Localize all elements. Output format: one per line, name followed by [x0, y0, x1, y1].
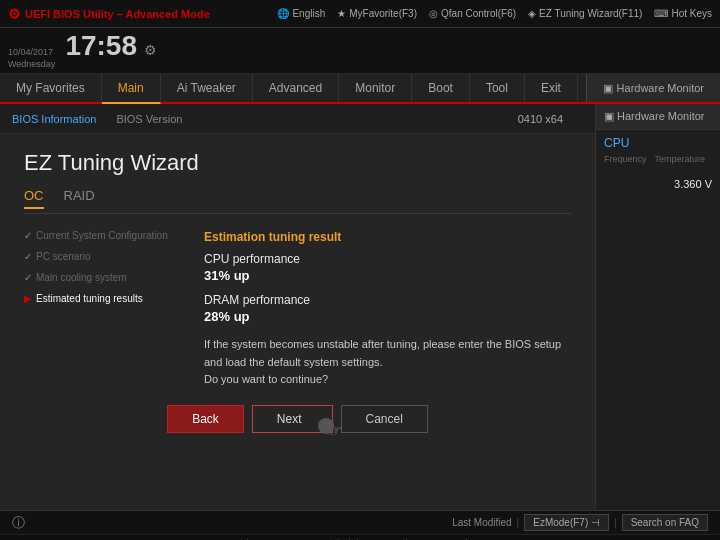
time-display: 17:58 — [65, 30, 137, 62]
rog-logo: ⚙ UEFI BIOS Utility – Advanced Mode — [8, 6, 210, 22]
hw-freq-label: Frequency — [604, 154, 647, 164]
monitor-display-icon: ▣ — [604, 110, 617, 122]
right-panel: ▣ Hardware Monitor CPU Frequency Tempera… — [595, 104, 720, 510]
hw-monitor-title: Hardware Monitor — [617, 110, 704, 122]
wizard-buttons: Back Next ☞ Cancel — [24, 405, 571, 433]
hw-cpu-title: CPU — [604, 136, 712, 150]
hw-monitor-header: ▣ Hardware Monitor — [596, 104, 720, 130]
bios-version-value: 0410 x64 — [518, 113, 583, 125]
globe-icon: 🌐 — [277, 8, 289, 19]
arrow-icon: ▶ — [24, 293, 32, 304]
step-cooling[interactable]: ✓ Main cooling system — [24, 272, 184, 283]
app-title: UEFI BIOS Utility – Advanced Mode — [25, 8, 210, 20]
bios-info-bar: BIOS Information BIOS Version 0410 x64 — [0, 104, 595, 134]
ez-mode-button[interactable]: EzMode(F7) ⊣ — [524, 514, 609, 531]
nav-advanced[interactable]: Advanced — [253, 74, 339, 102]
wizard-tabs: OC RAID — [24, 188, 571, 214]
wizard-steps: ✓ Current System Configuration ✓ PC scen… — [24, 230, 184, 389]
check-icon-3: ✓ — [24, 272, 32, 283]
weekday-value: Wednesday — [8, 59, 55, 71]
rog-icon: ⚙ — [8, 6, 21, 22]
bios-version-label: BIOS Version — [116, 113, 182, 125]
last-modified-label: Last Modified — [452, 517, 511, 528]
arrow-right-icon: ⊣ — [591, 517, 600, 528]
hw-cpu-section: CPU Frequency Temperature — [596, 130, 720, 170]
check-icon-1: ✓ — [24, 230, 32, 241]
hw-temp-label: Temperature — [655, 154, 706, 164]
fan-icon: ◎ — [429, 8, 438, 19]
top-bar-right: 🌐 English ★ MyFavorite(F3) ◎ Qfan Contro… — [277, 8, 712, 19]
cursor-icon: ☞ — [328, 421, 342, 440]
settings-icon[interactable]: ⚙ — [144, 42, 157, 58]
tab-oc[interactable]: OC — [24, 188, 44, 209]
nav-hardware-monitor[interactable]: ▣ Hardware Monitor — [586, 74, 720, 102]
nav-bar: My Favorites Main Ai Tweaker Advanced Mo… — [0, 74, 720, 104]
nav-my-favorites[interactable]: My Favorites — [0, 74, 102, 102]
left-sidebar: BIOS Information BIOS Version 0410 x64 E… — [0, 104, 595, 510]
bottom-right: Last Modified | EzMode(F7) ⊣ | Search on… — [452, 514, 708, 531]
tab-raid[interactable]: RAID — [64, 188, 95, 209]
hw-voltage-display: 3.360 V — [596, 170, 720, 198]
nav-ai-tweaker[interactable]: Ai Tweaker — [161, 74, 253, 102]
check-icon-2: ✓ — [24, 251, 32, 262]
step-results[interactable]: ▶ Estimated tuning results — [24, 293, 184, 304]
back-button[interactable]: Back — [167, 405, 244, 433]
result-title: Estimation tuning result — [204, 230, 571, 244]
nav-exit[interactable]: Exit — [525, 74, 578, 102]
header-combined: 10/04/2017 Wednesday 17:58 ⚙ — [0, 28, 720, 74]
top-bar: ⚙ UEFI BIOS Utility – Advanced Mode 🌐 En… — [0, 0, 720, 28]
nav-tool[interactable]: Tool — [470, 74, 525, 102]
bottom-bar: ⓘ Last Modified | EzMode(F7) ⊣ | Search … — [0, 510, 720, 534]
key-icon: ⌨ — [654, 8, 668, 19]
my-favorites-shortcut[interactable]: ★ MyFavorite(F3) — [337, 8, 417, 19]
content-area: BIOS Information BIOS Version 0410 x64 E… — [0, 104, 720, 510]
star-icon: ★ — [337, 8, 346, 19]
step-pc-scenario[interactable]: ✓ PC scenario — [24, 251, 184, 262]
hw-voltage-value: 3.360 V — [674, 178, 712, 190]
wizard-results: Estimation tuning result CPU performance… — [204, 230, 571, 389]
wand-icon: ◈ — [528, 8, 536, 19]
language-selector[interactable]: 🌐 English — [277, 8, 325, 19]
bios-info-link[interactable]: BIOS Information — [12, 113, 96, 125]
info-icon[interactable]: ⓘ — [12, 514, 25, 532]
footer: Version 2.17.1246. Copyright (C) 2017 Am… — [0, 534, 720, 540]
wizard-content: EZ Tuning Wizard OC RAID ✓ Current Syste… — [0, 134, 595, 510]
wizard-body: ✓ Current System Configuration ✓ PC scen… — [24, 230, 571, 389]
search-faq-button[interactable]: Search on FAQ — [622, 514, 708, 531]
next-button[interactable]: Next ☞ — [252, 405, 333, 433]
cpu-perf-value: 31% up — [204, 268, 571, 283]
wizard-title: EZ Tuning Wizard — [24, 150, 571, 176]
nav-main[interactable]: Main — [102, 74, 161, 104]
nav-boot[interactable]: Boot — [412, 74, 470, 102]
qfan-control-shortcut[interactable]: ◎ Qfan Control(F6) — [429, 8, 516, 19]
date-value: 10/04/2017 — [8, 47, 55, 59]
separator-2: | — [610, 517, 621, 528]
separator-1: | — [513, 517, 524, 528]
cpu-perf-label: CPU performance — [204, 252, 571, 266]
hw-column-labels: Frequency Temperature — [604, 154, 712, 164]
ez-tuning-shortcut[interactable]: ◈ EZ Tuning Wizard(F11) — [528, 8, 642, 19]
dram-perf-value: 28% up — [204, 309, 571, 324]
step-current-config[interactable]: ✓ Current System Configuration — [24, 230, 184, 241]
dram-perf-label: DRAM performance — [204, 293, 571, 307]
cancel-button[interactable]: Cancel — [341, 405, 428, 433]
hot-keys-shortcut[interactable]: ⌨ Hot Keys — [654, 8, 712, 19]
result-note: If the system becomes unstable after tun… — [204, 336, 571, 389]
date-block: 10/04/2017 Wednesday — [8, 47, 55, 70]
monitor-icon: ▣ — [603, 82, 613, 95]
nav-monitor[interactable]: Monitor — [339, 74, 412, 102]
datetime-block: 10/04/2017 Wednesday 17:58 ⚙ — [8, 30, 157, 70]
